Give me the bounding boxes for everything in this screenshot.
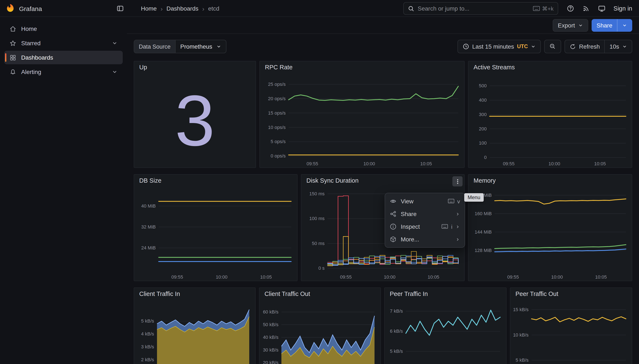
panel-peer-traffic-in: Peer Traffic In 5 kB/s6 kB/s7 kB/s09:551… bbox=[384, 288, 507, 364]
datasource-picker[interactable]: Prometheus bbox=[175, 40, 226, 53]
panel-title[interactable]: Peer Traffic Out bbox=[510, 288, 632, 300]
breadcrumb-current: etcd bbox=[208, 5, 219, 12]
menu-item-share[interactable]: Share bbox=[385, 208, 465, 220]
svg-text:5 kB/s: 5 kB/s bbox=[516, 358, 529, 363]
svg-text:128 MiB: 128 MiB bbox=[475, 248, 492, 253]
search-input[interactable]: Search or jump to... ⌘+k bbox=[403, 2, 558, 15]
time-range-picker[interactable]: Last 15 minutes UTC bbox=[457, 40, 541, 53]
panel-title[interactable]: Memory bbox=[468, 174, 632, 186]
panel-title[interactable]: Up bbox=[134, 61, 256, 73]
breadcrumb-separator: › bbox=[161, 5, 163, 12]
menu-item-more[interactable]: More... bbox=[385, 233, 465, 246]
panel-db-size: DB Size 24 MiB32 MiB40 MiB09:5510:0010:0… bbox=[134, 174, 297, 281]
chevron-down-icon[interactable] bbox=[112, 40, 118, 46]
svg-text:300: 300 bbox=[479, 112, 487, 117]
panel-title[interactable]: Client Traffic Out bbox=[259, 288, 381, 300]
sidebar-item-label: Alerting bbox=[21, 68, 41, 75]
memory-chart[interactable]: 128 MiB144 MiB160 MiB176 MiB09:5510:0010… bbox=[471, 186, 629, 281]
share-dropdown-button[interactable] bbox=[617, 19, 632, 32]
panel-title[interactable]: Active Streams bbox=[468, 61, 632, 73]
chevron-right-icon bbox=[455, 212, 460, 216]
svg-text:100: 100 bbox=[479, 140, 487, 146]
svg-text:160 MiB: 160 MiB bbox=[475, 211, 492, 216]
sidebar-item-starred[interactable]: Starred bbox=[4, 36, 123, 50]
panel-title[interactable]: Peer Traffic In bbox=[385, 288, 506, 300]
panel-memory: Memory 128 MiB144 MiB160 MiB176 MiB09:55… bbox=[468, 174, 632, 281]
chevron-down-icon[interactable] bbox=[112, 69, 118, 75]
svg-text:5 kB/s: 5 kB/s bbox=[390, 348, 403, 354]
svg-text:400: 400 bbox=[479, 98, 487, 103]
svg-text:5 ops/s: 5 ops/s bbox=[271, 139, 286, 144]
menu-tooltip: Menu bbox=[464, 193, 484, 202]
eye-icon bbox=[390, 198, 397, 204]
share-button[interactable]: Share bbox=[591, 19, 617, 32]
news-rss-icon[interactable] bbox=[582, 5, 590, 12]
rpc-rate-chart[interactable]: 0 ops/s5 ops/s10 ops/s15 ops/s20 ops/s25… bbox=[262, 73, 462, 168]
chevron-down-icon bbox=[578, 22, 583, 28]
info-circle-icon bbox=[390, 223, 397, 230]
panel-up: Up 3 bbox=[134, 61, 256, 168]
sidebar-item-label: Dashboards bbox=[21, 54, 53, 61]
mega-menu: Home Starred Dashboards bbox=[0, 17, 127, 364]
panel-title[interactable]: RPC Rate bbox=[260, 61, 464, 73]
refresh-interval-dropdown[interactable]: 10s bbox=[604, 40, 632, 53]
panel-peer-traffic-out: Peer Traffic Out 5 kB/s10 kB/s15 kB/s09:… bbox=[510, 288, 632, 364]
client-traffic-out-chart[interactable]: 20 kB/s30 kB/s40 kB/s50 kB/s60 kB/s09:55… bbox=[262, 300, 378, 364]
db-size-chart[interactable]: 24 MiB32 MiB40 MiB09:5510:0010:05 bbox=[137, 186, 294, 281]
svg-text:32 MiB: 32 MiB bbox=[141, 224, 156, 230]
svg-text:09:55: 09:55 bbox=[306, 161, 318, 166]
kebab-menu-icon bbox=[454, 178, 461, 184]
panel-active-streams: Active Streams 010020030040050009:5510:0… bbox=[468, 61, 632, 168]
sidebar-item-dashboards[interactable]: Dashboards bbox=[4, 51, 123, 64]
brand[interactable]: Grafana bbox=[5, 0, 42, 17]
svg-text:60 kB/s: 60 kB/s bbox=[263, 309, 278, 314]
svg-text:25 ops/s: 25 ops/s bbox=[268, 82, 286, 87]
breadcrumb: Home › Dashboards › etcd bbox=[141, 0, 219, 17]
panel-client-traffic-out: Client Traffic Out 20 kB/s30 kB/s40 kB/s… bbox=[259, 288, 381, 364]
refresh-button[interactable]: Refresh bbox=[565, 40, 605, 53]
active-streams-chart[interactable]: 010020030040050009:5510:0010:05 bbox=[471, 73, 629, 168]
svg-text:40 MiB: 40 MiB bbox=[141, 203, 156, 209]
menu-item-inspect[interactable]: Inspect i bbox=[385, 220, 465, 233]
svg-text:144 MiB: 144 MiB bbox=[475, 229, 492, 235]
svg-text:10 kB/s: 10 kB/s bbox=[513, 332, 529, 338]
chevron-down-icon bbox=[622, 44, 627, 49]
sidebar-toggle-button[interactable] bbox=[116, 4, 125, 13]
panel-menu-button[interactable] bbox=[452, 176, 463, 186]
breadcrumb-home[interactable]: Home bbox=[141, 5, 157, 12]
menu-item-view[interactable]: View v bbox=[385, 195, 465, 208]
datasource-label: Data Source bbox=[134, 40, 175, 53]
keyboard-icon bbox=[448, 199, 454, 204]
dashboard-actions-bar: Export Share bbox=[127, 17, 639, 34]
client-traffic-in-chart[interactable]: 2 kB/s3 kB/s4 kB/s5 kB/s09:5510:0010:05 bbox=[137, 300, 253, 364]
sidebar-item-home[interactable]: Home bbox=[4, 22, 123, 36]
svg-text:10:05: 10:05 bbox=[260, 274, 272, 280]
keyboard-icon bbox=[441, 224, 448, 229]
monitor-icon[interactable] bbox=[598, 5, 605, 12]
panel-context-menu: View v Share bbox=[385, 193, 465, 248]
panel-title[interactable]: Disk Sync Duration bbox=[301, 174, 464, 186]
dashboards-grid-icon bbox=[9, 54, 17, 61]
svg-text:30 kB/s: 30 kB/s bbox=[263, 347, 278, 352]
sidebar-item-alerting[interactable]: Alerting bbox=[4, 65, 123, 79]
help-icon[interactable] bbox=[566, 5, 574, 12]
peer-traffic-out-chart[interactable]: 5 kB/s10 kB/s15 kB/s09:5510:0010:05 bbox=[513, 300, 629, 364]
svg-text:10:00: 10:00 bbox=[363, 161, 375, 166]
peer-traffic-in-chart[interactable]: 5 kB/s6 kB/s7 kB/s09:5510:0010:05 bbox=[387, 300, 504, 364]
search-shortcut: ⌘+k bbox=[533, 5, 553, 12]
svg-text:10:00: 10:00 bbox=[551, 274, 563, 280]
breadcrumb-dashboards[interactable]: Dashboards bbox=[167, 5, 198, 12]
refresh-icon bbox=[570, 43, 576, 50]
star-icon bbox=[9, 40, 17, 47]
sign-in-link[interactable]: Sign in bbox=[613, 5, 632, 12]
svg-text:0 s: 0 s bbox=[318, 266, 325, 271]
refresh-split-button: Refresh 10s bbox=[565, 40, 632, 53]
svg-text:09:55: 09:55 bbox=[507, 274, 519, 280]
export-button[interactable]: Export bbox=[553, 19, 588, 32]
svg-text:0: 0 bbox=[484, 155, 487, 160]
time-zoom-out-button[interactable] bbox=[544, 40, 561, 53]
panel-title[interactable]: DB Size bbox=[134, 174, 297, 186]
share-split-button: Share bbox=[591, 19, 632, 32]
menu-shortcut: i bbox=[441, 224, 460, 230]
panel-title[interactable]: Client Traffic In bbox=[134, 288, 255, 300]
